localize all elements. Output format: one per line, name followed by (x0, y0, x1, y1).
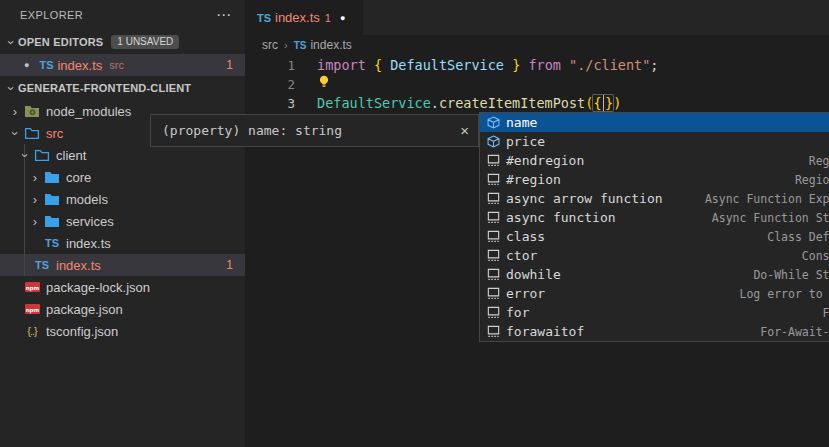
suggestion-async-function[interactable]: async functionAsync Function Statement (480, 208, 829, 227)
chevron-down-icon: › (5, 35, 18, 49)
suggest-details-tooltip: (property) name: string × (150, 114, 479, 147)
tree-item-index-ts[interactable]: TSindex.ts1 (0, 254, 245, 276)
suggestion-detail: Log error to console (740, 287, 829, 301)
error-count-badge: 1 (226, 258, 233, 272)
node-folder-icon (22, 104, 42, 118)
breadcrumb-item-src[interactable]: src (262, 38, 278, 52)
tab-filename: index.ts (275, 10, 320, 25)
chevron-right-icon[interactable]: › (8, 105, 22, 118)
project-name-label: GENERATE-FRONTEND-CLIENT (18, 82, 191, 94)
suggestion-price[interactable]: price (480, 132, 829, 151)
symbol-snippet-icon (485, 248, 501, 264)
symbol-field-icon (485, 134, 501, 150)
suggestion-for[interactable]: forFor Loop (480, 303, 829, 322)
line-number: 1 (245, 56, 295, 75)
sidebar-header: EXPLORER ⋯ (0, 0, 245, 30)
typescript-file-icon: TS (294, 40, 307, 51)
more-actions-icon[interactable]: ⋯ (216, 6, 231, 24)
suggestion-detail: Do-While Statement (753, 268, 829, 282)
chevron-down-icon[interactable]: › (19, 148, 32, 162)
breadcrumb-item-file[interactable]: index.ts (310, 38, 351, 52)
modified-dot-icon: ● (24, 60, 29, 70)
explorer-sidebar: EXPLORER ⋯ › OPEN EDITORS 1 UNSAVED ● TS… (0, 0, 245, 447)
suggestion-label: for (506, 305, 529, 320)
tree-item-label: src (46, 126, 63, 141)
tree-item-package-json[interactable]: npmpackage.json (0, 298, 245, 320)
code-line-2[interactable]: 2 (245, 75, 829, 94)
suggestion-label: class (506, 229, 545, 244)
tree-item-label: node_modules (46, 104, 131, 119)
close-icon[interactable]: × (460, 123, 469, 138)
suggestion-label: name (506, 115, 537, 130)
code-token: import (317, 57, 366, 73)
symbol-snippet-icon (485, 286, 501, 302)
suggestion-name[interactable]: name (480, 113, 829, 132)
tree-item-models[interactable]: ›models (0, 188, 245, 210)
tree-item-core[interactable]: ›core (0, 166, 245, 188)
lightbulb-icon[interactable] (317, 75, 331, 89)
error-squiggle-range: {}) (593, 95, 621, 111)
folder-open-icon (22, 126, 42, 140)
tab-error-count: 1 (325, 12, 331, 24)
line-content: import { DefaultService } from "./client… (317, 56, 659, 75)
intellisense-suggest-widget: nameprice#endregionRegion End#regionRegi… (479, 112, 829, 342)
open-editors-label: OPEN EDITORS (18, 36, 103, 48)
code-editor[interactable]: 1import { DefaultService } from "./clien… (245, 55, 829, 113)
code-token (504, 57, 512, 73)
suggestion-error[interactable]: errorLog error to console (480, 284, 829, 303)
open-editors-section-header[interactable]: › OPEN EDITORS 1 UNSAVED (0, 30, 245, 54)
chevron-down-icon: › (5, 81, 18, 95)
suggestion-label: #region (506, 172, 561, 187)
suggestion-detail: Constructor (802, 249, 829, 263)
modified-dot-icon[interactable]: ● (340, 13, 345, 23)
suggestion-detail: For-Await-Of Loop (760, 325, 829, 339)
tree-item-index-ts[interactable]: TSindex.ts (0, 232, 245, 254)
matched-brackets: {} (593, 95, 613, 111)
line-number: 2 (245, 75, 295, 94)
code-token: ) (613, 95, 621, 111)
tab-bar: TS index.ts 1 ● (245, 0, 829, 35)
suggestion-label: forawaitof (506, 324, 584, 339)
typescript-file-icon: TS (42, 237, 62, 249)
tree-item-package-lock-json[interactable]: npmpackage-lock.json (0, 276, 245, 298)
suggestion-ctor[interactable]: ctorConstructor (480, 246, 829, 265)
suggestion-detail: For Loop (823, 306, 829, 320)
code-line-1[interactable]: 1import { DefaultService } from "./clien… (245, 56, 829, 75)
tree-item-label: client (56, 148, 86, 163)
unsaved-badge: 1 UNSAVED (111, 35, 179, 49)
code-token: { (374, 57, 382, 73)
suggestion-detail: Class Definition (767, 230, 829, 244)
code-line-3[interactable]: 3DefaultService.createItemItemPost({}) (245, 94, 829, 113)
typescript-file-icon: TS (32, 259, 52, 271)
suggestion-async-arrow-function[interactable]: async arrow functionAsync Function Expre… (480, 189, 829, 208)
code-token: . (431, 95, 439, 111)
code-token: ; (650, 57, 658, 73)
chevron-right-icon[interactable]: › (28, 193, 42, 206)
suggestion-detail: Region End (809, 154, 829, 168)
tab-index-ts[interactable]: TS index.ts 1 ● (245, 0, 363, 35)
suggestion-forawaitof[interactable]: forawaitofFor-Await-Of Loop (480, 322, 829, 341)
tree-item-services[interactable]: ›services (0, 210, 245, 232)
tree-item-client[interactable]: ›client (0, 144, 245, 166)
line-content: DefaultService.createItemItemPost({}) (317, 94, 621, 113)
suggestion-dowhile[interactable]: dowhileDo-While Statement (480, 265, 829, 284)
tree-item-label: services (66, 214, 114, 229)
typescript-file-icon: TS (254, 12, 274, 24)
chevron-down-icon[interactable]: › (9, 126, 22, 140)
symbol-field-icon (485, 115, 501, 131)
open-editor-description: src (109, 59, 124, 71)
suggestion-label: ctor (506, 248, 537, 263)
open-editor-item-index-ts[interactable]: ● TS index.ts src 1 (0, 54, 245, 76)
tree-item-tsconfig-json[interactable]: {..}tsconfig.json (0, 320, 245, 342)
chevron-right-icon[interactable]: › (28, 171, 42, 184)
project-section-header[interactable]: › GENERATE-FRONTEND-CLIENT (0, 76, 245, 100)
typescript-file-icon: TS (36, 59, 56, 71)
chevron-right-icon[interactable]: › (28, 215, 42, 228)
suggestion--region[interactable]: #regionRegion Start (480, 170, 829, 189)
suggestion-detail: Region Start (795, 173, 829, 187)
suggestion-label: async arrow function (506, 191, 663, 206)
suggestion-class[interactable]: classClass Definition (480, 227, 829, 246)
folder-icon (42, 170, 62, 184)
suggestion--endregion[interactable]: #endregionRegion End (480, 151, 829, 170)
line-number: 3 (245, 94, 295, 113)
